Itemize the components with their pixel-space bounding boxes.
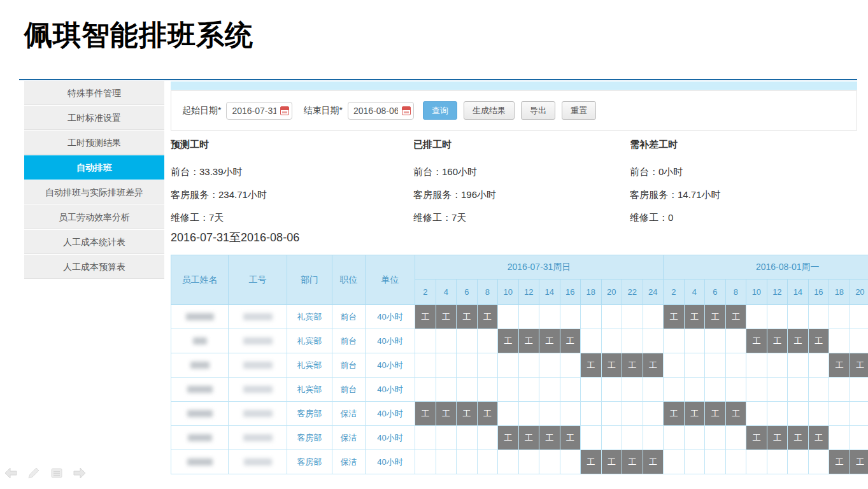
shift-cell-empty[interactable] (705, 353, 726, 378)
sidebar-item-auto-schedule[interactable]: 自动排班 (24, 155, 164, 180)
shift-cell-marked[interactable]: 工 (539, 329, 560, 353)
shift-cell-marked[interactable]: 工 (457, 402, 478, 426)
forward-arrow-icon[interactable] (72, 465, 87, 481)
shift-cell-empty[interactable] (415, 353, 436, 378)
shift-cell-empty[interactable] (788, 305, 809, 329)
shift-cell-marked[interactable]: 工 (436, 305, 457, 329)
shift-cell-empty[interactable] (788, 378, 809, 402)
shift-cell-empty[interactable] (415, 378, 436, 402)
shift-cell-empty[interactable] (601, 402, 622, 426)
shift-cell-empty[interactable] (415, 426, 436, 450)
shift-cell-empty[interactable] (518, 305, 539, 329)
shift-cell-marked[interactable]: 工 (808, 329, 829, 353)
shift-cell-empty[interactable] (725, 426, 746, 450)
shift-cell-empty[interactable] (477, 450, 498, 474)
shift-cell-marked[interactable]: 工 (518, 329, 539, 353)
shift-cell-empty[interactable] (436, 450, 457, 474)
shift-cell-empty[interactable] (601, 426, 622, 450)
shift-cell-marked[interactable]: 工 (622, 353, 643, 378)
shift-cell-marked[interactable]: 工 (829, 353, 850, 378)
shift-cell-empty[interactable] (457, 426, 478, 450)
sidebar-item-hour-standards[interactable]: 工时标准设置 (24, 106, 164, 130)
shift-cell-empty[interactable] (767, 402, 788, 426)
shift-cell-empty[interactable] (705, 426, 726, 450)
shift-cell-empty[interactable] (498, 402, 519, 426)
shift-cell-marked[interactable]: 工 (725, 305, 746, 329)
shift-cell-empty[interactable] (684, 329, 705, 353)
pen-icon[interactable] (26, 465, 41, 481)
shift-cell-empty[interactable] (560, 378, 581, 402)
shift-cell-marked[interactable]: 工 (581, 353, 602, 378)
shift-cell-marked[interactable]: 工 (643, 353, 664, 378)
shift-cell-empty[interactable] (601, 329, 622, 353)
shift-cell-empty[interactable] (808, 378, 829, 402)
shift-cell-marked[interactable]: 工 (560, 426, 581, 450)
shift-cell-empty[interactable] (518, 402, 539, 426)
shift-cell-empty[interactable] (767, 450, 788, 474)
shift-cell-empty[interactable] (725, 450, 746, 474)
shift-cell-empty[interactable] (457, 329, 478, 353)
reset-button[interactable]: 重置 (562, 101, 596, 120)
shift-cell-empty[interactable] (767, 305, 788, 329)
shift-cell-empty[interactable] (643, 378, 664, 402)
shift-cell-empty[interactable] (850, 378, 868, 402)
shift-cell-marked[interactable]: 工 (539, 426, 560, 450)
shift-cell-marked[interactable]: 工 (850, 353, 868, 378)
shift-cell-empty[interactable] (581, 426, 602, 450)
shift-cell-empty[interactable] (788, 450, 809, 474)
shift-cell-marked[interactable]: 工 (746, 329, 767, 353)
shift-cell-marked[interactable]: 工 (684, 305, 705, 329)
shift-cell-empty[interactable] (477, 426, 498, 450)
shift-cell-empty[interactable] (746, 353, 767, 378)
shift-cell-empty[interactable] (788, 402, 809, 426)
shift-cell-empty[interactable] (518, 378, 539, 402)
calendar-icon[interactable] (280, 106, 289, 115)
shift-cell-empty[interactable] (829, 378, 850, 402)
shift-cell-empty[interactable] (746, 450, 767, 474)
shift-cell-marked[interactable]: 工 (850, 450, 868, 474)
shift-cell-marked[interactable]: 工 (518, 426, 539, 450)
shift-cell-empty[interactable] (850, 329, 868, 353)
shift-cell-marked[interactable]: 工 (767, 329, 788, 353)
shift-cell-empty[interactable] (601, 305, 622, 329)
shift-cell-marked[interactable]: 工 (601, 450, 622, 474)
shift-cell-empty[interactable] (581, 402, 602, 426)
shift-cell-empty[interactable] (477, 329, 498, 353)
shift-cell-empty[interactable] (581, 329, 602, 353)
shift-cell-marked[interactable]: 工 (767, 426, 788, 450)
shift-cell-empty[interactable] (664, 329, 685, 353)
shift-cell-empty[interactable] (746, 305, 767, 329)
shift-cell-marked[interactable]: 工 (415, 402, 436, 426)
shift-cell-marked[interactable]: 工 (788, 426, 809, 450)
shift-cell-marked[interactable]: 工 (829, 450, 850, 474)
shift-cell-empty[interactable] (829, 329, 850, 353)
calendar-icon[interactable] (402, 106, 411, 115)
notes-icon[interactable] (49, 465, 64, 481)
shift-cell-marked[interactable]: 工 (457, 305, 478, 329)
shift-cell-empty[interactable] (788, 353, 809, 378)
shift-cell-marked[interactable]: 工 (705, 305, 726, 329)
shift-cell-empty[interactable] (415, 450, 436, 474)
shift-cell-marked[interactable]: 工 (808, 426, 829, 450)
shift-cell-empty[interactable] (457, 378, 478, 402)
shift-cell-empty[interactable] (705, 329, 726, 353)
shift-cell-empty[interactable] (684, 353, 705, 378)
sidebar-item-special-events[interactable]: 特殊事件管理 (24, 81, 164, 105)
shift-cell-empty[interactable] (808, 450, 829, 474)
shift-cell-empty[interactable] (664, 378, 685, 402)
shift-cell-empty[interactable] (829, 305, 850, 329)
shift-cell-empty[interactable] (622, 329, 643, 353)
shift-cell-empty[interactable] (581, 378, 602, 402)
shift-cell-empty[interactable] (746, 378, 767, 402)
shift-cell-empty[interactable] (684, 450, 705, 474)
shift-cell-empty[interactable] (850, 305, 868, 329)
shift-cell-marked[interactable]: 工 (601, 353, 622, 378)
shift-cell-empty[interactable] (643, 329, 664, 353)
shift-cell-empty[interactable] (622, 426, 643, 450)
shift-cell-empty[interactable] (850, 402, 868, 426)
shift-cell-empty[interactable] (622, 402, 643, 426)
shift-cell-empty[interactable] (664, 450, 685, 474)
shift-cell-marked[interactable]: 工 (622, 450, 643, 474)
shift-cell-empty[interactable] (518, 450, 539, 474)
shift-cell-empty[interactable] (705, 378, 726, 402)
